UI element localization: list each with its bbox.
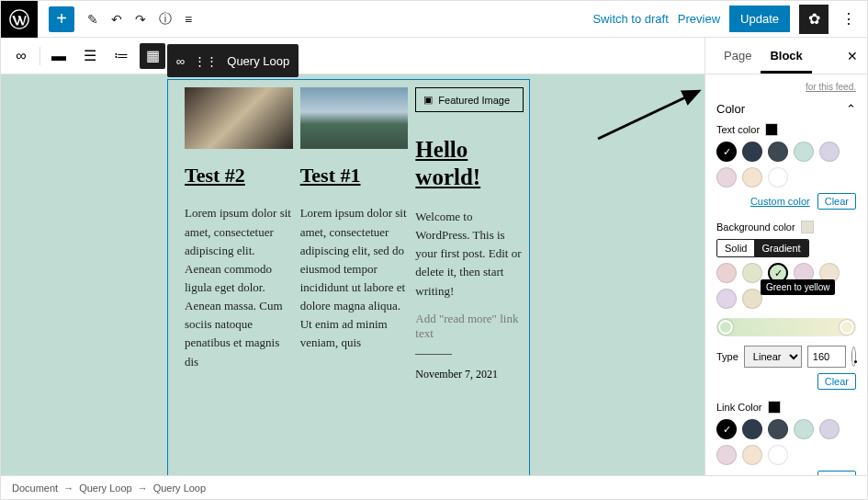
annotation-arrow [580,84,717,148]
text-color-swatches [716,142,856,188]
background-color-label: Background color [716,221,856,233]
separator [415,354,452,355]
read-more-placeholder[interactable]: Add "read more" link text [415,312,524,341]
custom-color-link[interactable]: Custom color [750,196,810,207]
settings-sidebar: Page Block ✕ for this feed. Color ⌃ Text… [705,38,867,499]
color-swatch[interactable] [716,445,737,465]
gradient-swatch[interactable] [716,263,737,283]
post-image[interactable] [185,87,293,149]
post-excerpt[interactable]: Welcome to WordPress. This is your first… [415,208,524,301]
close-sidebar-icon[interactable]: ✕ [847,49,858,63]
color-swatch[interactable] [794,419,814,439]
link-color-swatches [716,419,856,465]
loop-block-icon[interactable]: ∞ [176,54,185,68]
breadcrumb: Document → Query Loop → Query Loop [1,475,867,499]
gradient-type-row: Type Linear [716,346,856,368]
top-toolbar: + ✎ ↶ ↷ ⓘ ≡ Switch to draft Preview Upda… [1,1,867,38]
solid-gradient-toggle: Solid Gradient [716,239,809,257]
gradient-swatch[interactable] [742,263,762,283]
post-title[interactable]: Hello world! [415,136,524,191]
floating-block-toolbar: ∞ ⋮⋮ Query Loop [167,44,299,77]
post-image[interactable] [300,87,409,149]
update-button[interactable]: Update [729,6,790,32]
color-swatch[interactable] [768,445,788,465]
featured-image-label: Featured Image [438,95,510,106]
current-text-color [765,123,778,136]
solid-option[interactable]: Solid [717,240,754,256]
select-tool-icon[interactable]: ✎ [87,12,98,27]
more-options-icon[interactable]: ⋮ [838,6,860,31]
drag-handle-icon[interactable]: ⋮⋮ [194,54,218,68]
switch-to-draft-link[interactable]: Switch to draft [592,12,668,26]
settings-icon[interactable]: ☰ [77,43,103,69]
gradient-angle-input[interactable] [807,346,846,368]
color-swatch[interactable] [819,142,840,162]
chevron-up-icon: ⌃ [846,102,856,116]
color-swatch[interactable] [768,142,788,162]
grid-view-icon[interactable]: ▦ [140,43,165,69]
svg-line-1 [598,91,699,139]
post-excerpt[interactable]: Lorem ipsum dolor sit amet, consectetuer… [300,204,409,352]
current-link-color [768,401,781,414]
post-excerpt[interactable]: Lorem ipsum dolor sit amet, consectetuer… [185,204,293,370]
tab-page[interactable]: Page [715,38,761,74]
preview-link[interactable]: Preview [678,12,720,26]
block-label: Query Loop [227,54,289,68]
color-swatch[interactable] [742,142,762,162]
breadcrumb-item[interactable]: Query Loop [79,483,131,494]
breadcrumb-item[interactable]: Document [12,483,58,494]
loop-icon[interactable]: ∞ [8,43,34,69]
redo-icon[interactable]: ↷ [135,12,146,27]
sidebar-tabs: Page Block ✕ [705,38,867,74]
gradient-swatch[interactable] [742,289,762,309]
color-swatch[interactable] [742,167,762,188]
color-swatch[interactable] [742,419,762,439]
color-swatch[interactable] [742,445,762,465]
gradient-tooltip: Green to yellow [761,279,835,295]
undo-icon[interactable]: ↶ [111,12,122,27]
link-color-label: Link Color [716,401,856,414]
color-swatch[interactable] [768,419,788,439]
gradient-bar[interactable] [716,318,856,336]
type-label: Type [716,351,738,362]
info-icon[interactable]: ⓘ [159,11,172,28]
add-block-button[interactable]: + [49,6,74,32]
text-color-label: Text color [716,123,856,136]
truncated-text: for this feed. [705,74,867,93]
color-swatch[interactable] [819,419,840,439]
color-swatch[interactable] [768,167,788,188]
color-heading: Color [716,102,745,116]
color-swatch[interactable] [716,142,737,162]
post-card: ▣ Featured Image Hello world! Welcome to… [415,87,524,475]
gradient-type-select[interactable]: Linear [744,346,802,368]
color-swatch[interactable] [794,142,814,162]
topbar-right: Switch to draft Preview Update ✿ ⋮ [592,5,867,34]
post-card: Test #2 Lorem ipsum dolor sit amet, cons… [185,87,293,475]
current-bg-color [801,221,814,233]
post-title[interactable]: Test #2 [185,164,293,188]
post-date: November 7, 2021 [415,368,524,381]
angle-picker[interactable] [851,347,856,367]
settings-gear-icon[interactable]: ✿ [799,5,829,34]
wordpress-logo[interactable] [1,1,38,38]
color-panel-header[interactable]: Color ⌃ [716,102,856,116]
outline-icon[interactable]: ≡ [185,12,192,27]
align-icon[interactable]: ▬ [46,43,72,69]
list-icon[interactable]: ≔ [108,43,134,69]
color-swatch[interactable] [716,419,737,439]
query-loop-block[interactable]: Test #2 Lorem ipsum dolor sit amet, cons… [167,79,530,475]
color-swatch[interactable] [716,167,737,188]
gradient-swatches: Green to yellow [716,263,856,309]
gradient-option[interactable]: Gradient [754,240,807,256]
color-panel: Color ⌃ Text color Custom color Clear Ba… [705,93,867,497]
tab-block[interactable]: Block [761,38,811,74]
clear-button[interactable]: Clear [817,193,856,210]
post-card: Test #1 Lorem ipsum dolor sit amet, cons… [300,87,409,475]
breadcrumb-item[interactable]: Query Loop [153,483,206,494]
clear-button[interactable]: Clear [817,373,856,390]
toolbar-tools: ✎ ↶ ↷ ⓘ ≡ [87,11,192,28]
image-icon: ▣ [423,94,433,106]
post-title[interactable]: Test #1 [300,164,409,188]
gradient-swatch[interactable] [716,289,737,309]
featured-image-placeholder[interactable]: ▣ Featured Image [415,87,524,112]
